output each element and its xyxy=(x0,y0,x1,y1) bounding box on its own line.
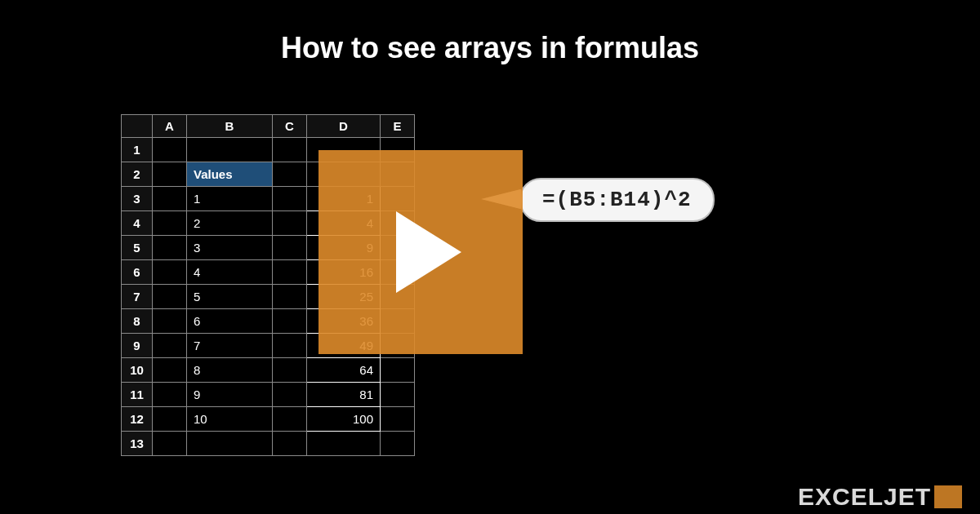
cell[interactable]: 9 xyxy=(187,383,273,407)
cell[interactable] xyxy=(153,187,187,211)
cell[interactable] xyxy=(153,309,187,334)
cell[interactable]: 5 xyxy=(187,285,273,309)
cell[interactable] xyxy=(153,211,187,236)
cell[interactable]: 100 xyxy=(307,407,381,432)
cell[interactable] xyxy=(273,187,307,211)
cell[interactable] xyxy=(381,383,415,407)
row-header[interactable]: 7 xyxy=(122,285,153,309)
brand-logo: EXCELJET xyxy=(798,483,962,511)
cell[interactable] xyxy=(153,162,187,187)
row-header[interactable]: 12 xyxy=(122,407,153,432)
cell[interactable] xyxy=(273,236,307,260)
cell[interactable] xyxy=(153,383,187,407)
row-header[interactable]: 4 xyxy=(122,211,153,236)
row-header[interactable]: 1 xyxy=(122,138,153,162)
cell[interactable]: 7 xyxy=(187,334,273,358)
cell[interactable] xyxy=(273,162,307,187)
row-header[interactable]: 8 xyxy=(122,309,153,334)
corner-cell[interactable] xyxy=(122,115,153,138)
cell[interactable]: Values xyxy=(187,162,273,187)
cell[interactable] xyxy=(153,407,187,432)
cell[interactable] xyxy=(273,334,307,358)
cell[interactable] xyxy=(273,138,307,162)
col-header-e[interactable]: E xyxy=(381,115,415,138)
col-header-c[interactable]: C xyxy=(273,115,307,138)
cell[interactable] xyxy=(273,211,307,236)
cell[interactable]: 4 xyxy=(187,260,273,285)
cell[interactable] xyxy=(381,407,415,432)
row-header[interactable]: 9 xyxy=(122,334,153,358)
cell[interactable] xyxy=(153,260,187,285)
cell[interactable] xyxy=(273,358,307,383)
cell[interactable] xyxy=(273,432,307,456)
cell[interactable] xyxy=(153,236,187,260)
cell[interactable]: 3 xyxy=(187,236,273,260)
cell[interactable] xyxy=(153,138,187,162)
cell[interactable]: 81 xyxy=(307,383,381,407)
cell[interactable] xyxy=(273,383,307,407)
formula-callout: =(B5:B14)^2 xyxy=(519,178,715,222)
row-header[interactable]: 3 xyxy=(122,187,153,211)
cell[interactable]: 2 xyxy=(187,211,273,236)
play-icon xyxy=(396,211,461,293)
cell[interactable] xyxy=(381,432,415,456)
cell[interactable] xyxy=(381,358,415,383)
cell[interactable]: 64 xyxy=(307,358,381,383)
cell[interactable] xyxy=(273,309,307,334)
cell[interactable] xyxy=(153,334,187,358)
cell[interactable] xyxy=(187,432,273,456)
col-header-d[interactable]: D xyxy=(307,115,381,138)
play-button[interactable] xyxy=(318,150,523,354)
cell[interactable] xyxy=(153,285,187,309)
cell[interactable]: 6 xyxy=(187,309,273,334)
formula-text: =(B5:B14)^2 xyxy=(542,188,692,212)
row-header[interactable]: 5 xyxy=(122,236,153,260)
col-header-b[interactable]: B xyxy=(187,115,273,138)
cell[interactable] xyxy=(273,407,307,432)
cell[interactable]: 10 xyxy=(187,407,273,432)
cell[interactable] xyxy=(153,432,187,456)
row-header[interactable]: 13 xyxy=(122,432,153,456)
col-header-a[interactable]: A xyxy=(153,115,187,138)
cell[interactable] xyxy=(273,260,307,285)
brand-mark-icon xyxy=(934,485,962,508)
row-header[interactable]: 10 xyxy=(122,358,153,383)
page-title: How to see arrays in formulas xyxy=(0,0,980,65)
cell[interactable]: 1 xyxy=(187,187,273,211)
cell[interactable]: 8 xyxy=(187,358,273,383)
cell[interactable] xyxy=(187,138,273,162)
cell[interactable] xyxy=(307,432,381,456)
row-header[interactable]: 6 xyxy=(122,260,153,285)
cell[interactable] xyxy=(273,285,307,309)
row-header[interactable]: 2 xyxy=(122,162,153,187)
cell[interactable] xyxy=(153,358,187,383)
row-header[interactable]: 11 xyxy=(122,383,153,407)
